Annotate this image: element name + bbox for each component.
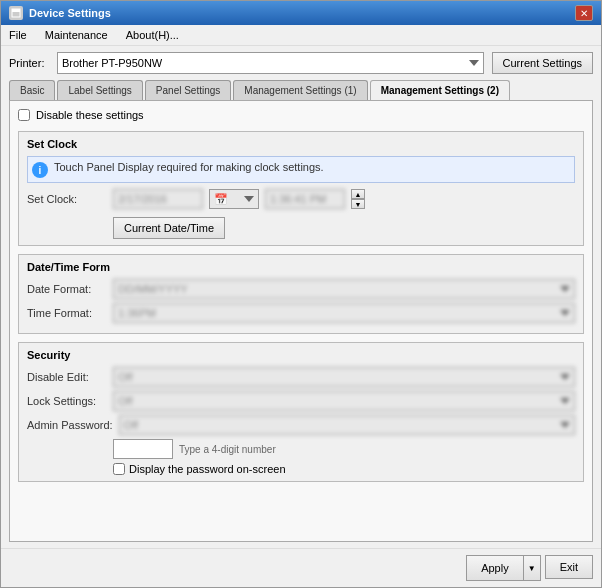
menu-about[interactable]: About(H)... (122, 27, 183, 43)
disable-checkbox[interactable] (18, 109, 30, 121)
set-clock-label: Set Clock: (27, 193, 107, 205)
time-format-select[interactable]: 1:36PM (113, 303, 575, 323)
tab-panel-settings[interactable]: Panel Settings (145, 80, 232, 100)
password-input-row: Type a 4-digit number (113, 439, 575, 459)
show-password-row: Display the password on-screen (113, 463, 575, 475)
main-window: Device Settings ✕ File Maintenance About… (0, 0, 602, 588)
bottom-bar: Apply ▼ Exit (1, 548, 601, 587)
apply-button[interactable]: Apply (467, 556, 524, 580)
menu-maintenance[interactable]: Maintenance (41, 27, 112, 43)
password-hint: Type a 4-digit number (179, 444, 276, 455)
admin-password-label: Admin Password: (27, 419, 113, 431)
printer-label: Printer: (9, 57, 49, 69)
set-clock-row: Set Clock: 📅 ▲ ▼ (27, 189, 575, 209)
time-format-label: Time Format: (27, 307, 107, 319)
info-row: i Touch Panel Display required for makin… (27, 156, 575, 183)
window-controls: ✕ (575, 5, 593, 21)
disable-edit-label: Disable Edit: (27, 371, 107, 383)
tab-mgmt2[interactable]: Management Settings (2) (370, 80, 510, 100)
time-spinners: ▲ ▼ (351, 189, 365, 209)
date-format-label: Date Format: (27, 283, 107, 295)
apply-btn-group: Apply ▼ (466, 555, 541, 581)
lock-settings-label: Lock Settings: (27, 395, 107, 407)
password-input[interactable] (113, 439, 173, 459)
info-text: Touch Panel Display required for making … (54, 161, 324, 173)
current-settings-button[interactable]: Current Settings (492, 52, 593, 74)
date-input[interactable] (113, 189, 203, 209)
tab-content-mgmt2: Disable these settings Set Clock i Touch… (9, 100, 593, 542)
disable-edit-select[interactable]: Off (113, 367, 575, 387)
menubar: File Maintenance About(H)... (1, 25, 601, 46)
time-input[interactable] (265, 189, 345, 209)
datetime-form-title: Date/Time Form (27, 261, 575, 273)
current-datetime-button[interactable]: Current Date/Time (113, 217, 225, 239)
window-title: Device Settings (29, 7, 111, 19)
set-clock-section: Set Clock i Touch Panel Display required… (18, 131, 584, 246)
time-down-btn[interactable]: ▼ (351, 199, 365, 209)
tab-basic[interactable]: Basic (9, 80, 55, 100)
printer-row: Printer: Brother PT-P950NW Current Setti… (9, 52, 593, 74)
lock-settings-row: Lock Settings: Off (27, 391, 575, 411)
date-format-row: Date Format: DD/MM/YYYY (27, 279, 575, 299)
time-up-btn[interactable]: ▲ (351, 189, 365, 199)
security-section: Security Disable Edit: Off Lock Settings… (18, 342, 584, 482)
exit-button[interactable]: Exit (545, 555, 593, 579)
security-title: Security (27, 349, 575, 361)
date-format-select[interactable]: DD/MM/YYYY (113, 279, 575, 299)
svg-rect-1 (12, 9, 20, 12)
disable-edit-row: Disable Edit: Off (27, 367, 575, 387)
tab-label-settings[interactable]: Label Settings (57, 80, 142, 100)
date-icon-select[interactable]: 📅 (209, 189, 259, 209)
disable-label: Disable these settings (36, 109, 144, 121)
tabs-bar: Basic Label Settings Panel Settings Mana… (9, 80, 593, 100)
info-icon: i (32, 162, 48, 178)
content-area: Printer: Brother PT-P950NW Current Setti… (1, 46, 601, 548)
show-password-label: Display the password on-screen (129, 463, 286, 475)
close-button[interactable]: ✕ (575, 5, 593, 21)
admin-password-select[interactable]: Off (119, 415, 575, 435)
set-clock-title: Set Clock (27, 138, 575, 150)
title-bar-left: Device Settings (9, 6, 111, 20)
datetime-form-section: Date/Time Form Date Format: DD/MM/YYYY T… (18, 254, 584, 334)
window-icon (9, 6, 23, 20)
printer-select[interactable]: Brother PT-P950NW (57, 52, 484, 74)
apply-dropdown-arrow[interactable]: ▼ (524, 556, 540, 580)
tab-mgmt1[interactable]: Management Settings (1) (233, 80, 367, 100)
time-format-row: Time Format: 1:36PM (27, 303, 575, 323)
menu-file[interactable]: File (5, 27, 31, 43)
lock-settings-select[interactable]: Off (113, 391, 575, 411)
show-password-checkbox[interactable] (113, 463, 125, 475)
title-bar: Device Settings ✕ (1, 1, 601, 25)
disable-row: Disable these settings (18, 109, 584, 121)
admin-password-row: Admin Password: Off (27, 415, 575, 435)
